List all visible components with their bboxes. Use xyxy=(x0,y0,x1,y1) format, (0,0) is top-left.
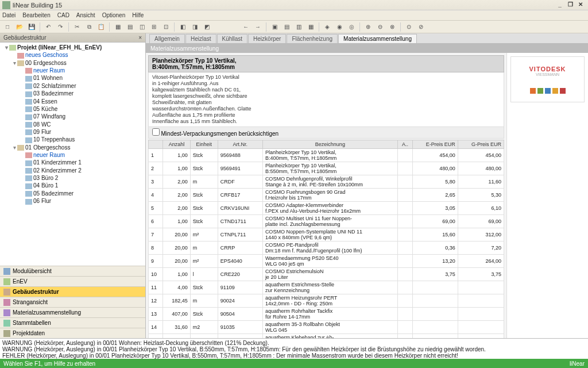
table-row[interactable]: 61,00StckCTND1711COSMO Multiset Uni 11 f… xyxy=(149,215,504,228)
nav-item[interactable]: Stammtabellen xyxy=(0,317,145,328)
left-panel-header: Gebäudestruktur × xyxy=(0,33,145,43)
tool-icon[interactable]: ◉ xyxy=(334,22,345,32)
tool-icon[interactable]: ◩ xyxy=(202,22,212,32)
tree-node[interactable]: 03 Badezimmer xyxy=(0,90,145,97)
save-icon[interactable]: 💾 xyxy=(26,22,37,32)
paste-icon[interactable]: 📋 xyxy=(96,22,106,32)
arrow-left-icon[interactable]: ← xyxy=(241,22,251,32)
table-row[interactable]: 52,00StckCRKV16UNICOSMO Adapter-Klemmver… xyxy=(149,202,504,215)
table-row[interactable]: 42,00StckCRFB17COSMO Fuehrungsbogen 90 G… xyxy=(149,189,504,202)
cut-icon[interactable]: ✂ xyxy=(72,22,82,32)
tool-icon[interactable]: ⊘ xyxy=(416,22,426,32)
table-row[interactable]: 101,00lCRE220COSMO EstrichemulsioNje 20 … xyxy=(149,268,504,281)
tree-node[interactable]: 07 Windfang xyxy=(0,113,145,120)
tree-node[interactable]: neues Geschoss xyxy=(0,51,145,59)
tool-icon[interactable]: ▦ xyxy=(113,22,123,32)
tree-node[interactable]: ▾01 Obergeschoss xyxy=(0,144,145,151)
nav-item[interactable]: Modulübersicht xyxy=(0,266,145,276)
table-row[interactable]: 21,00Stck9569491Planheizkörper Typ 10 Ve… xyxy=(149,162,504,175)
tab[interactable]: Allgemein xyxy=(149,34,185,43)
tree-view[interactable]: ▾Projekt (liNear_EFH_HL_EnEV)neues Gesch… xyxy=(0,43,145,266)
tree-node[interactable]: 08 WC xyxy=(0,121,145,128)
tree-node[interactable]: ▾00 Erdgeschoss xyxy=(0,59,145,67)
tool-icon[interactable]: ◈ xyxy=(322,22,332,32)
tab[interactable]: Flächenheizung xyxy=(287,34,338,43)
table-row[interactable]: 32,00mCRDFCOSMO Dehnfugenprofil, Winkelp… xyxy=(149,175,504,189)
menu-item[interactable]: Bearbeiten xyxy=(22,12,50,18)
tool-icon[interactable]: ⊕ xyxy=(363,22,373,32)
title-bar: liNear Building 15 _ ❐ ✕ xyxy=(0,0,588,10)
product-title: Planheizkörper Typ 10 Vertikal, xyxy=(152,57,500,64)
tool-icon[interactable]: ⊗ xyxy=(387,22,397,32)
tree-node[interactable]: 06 Flur xyxy=(0,197,145,205)
tab[interactable]: Materialzusammenstellung xyxy=(338,34,417,43)
nav-item[interactable]: Projektdaten xyxy=(0,328,145,338)
panel-close-icon[interactable]: × xyxy=(138,34,142,41)
status-bar: Wählen Sie F1, um Hilfe zu erhalten liNe… xyxy=(0,359,588,368)
new-icon[interactable]: □ xyxy=(2,22,13,32)
arrow-right-icon[interactable]: → xyxy=(253,22,263,32)
tree-node[interactable]: 01 Kinderzimmer 1 xyxy=(0,159,145,166)
tool-icon[interactable]: ▤ xyxy=(281,22,292,32)
tab[interactable]: Heizlast xyxy=(185,34,216,43)
tool-icon[interactable]: ◎ xyxy=(346,22,357,32)
undo-icon[interactable]: ↶ xyxy=(43,22,53,32)
tree-node[interactable]: 02 Kinderzimmer 2 xyxy=(0,167,145,174)
tool-icon[interactable]: ◧ xyxy=(177,22,188,32)
table-row[interactable]: 820,00mCRRPCOSMO PE-RandprofilDm:18 mm f… xyxy=(149,241,504,255)
tree-node[interactable]: 05 Küche xyxy=(0,105,145,113)
table-row[interactable]: 1431,60m291035aquatherm 35-3 Rollbahn Ob… xyxy=(149,321,504,334)
brand-sub: VIESSMANN xyxy=(536,72,559,76)
menu-item[interactable]: Ansicht xyxy=(76,12,95,18)
menu-item[interactable]: Datei xyxy=(2,12,16,18)
minimize-button[interactable]: _ xyxy=(555,1,565,9)
table-row[interactable]: 920,00m²EPS4040Waermedaemmung PS20 SE40W… xyxy=(149,255,504,268)
tool-icon[interactable]: ▥ xyxy=(293,22,304,32)
tool-icon[interactable]: ▦ xyxy=(305,22,316,32)
product-header: Planheizkörper Typ 10 Vertikal, B:400mm,… xyxy=(148,55,504,72)
tree-node[interactable]: 01 Wohnen xyxy=(0,74,145,82)
tree-node[interactable]: 04 Essen xyxy=(0,98,145,105)
menu-item[interactable]: Optionen xyxy=(102,12,126,18)
tool-icon[interactable]: ◫ xyxy=(137,22,147,32)
tool-icon[interactable]: ⊞ xyxy=(149,22,159,32)
tree-node[interactable]: 02 Schlafzimmer xyxy=(0,82,145,90)
table-row[interactable]: 720,00m²CTNPL711COSMO Noppen-Systemplatt… xyxy=(149,228,504,241)
open-icon[interactable]: 📂 xyxy=(14,22,25,32)
tree-node[interactable]: 04 Büro 1 xyxy=(0,182,145,189)
material-grid[interactable]: AnzahlEinheitArt.Nr.BezeichnungA..E-Prei… xyxy=(148,140,504,338)
table-row[interactable]: 11,00Stck9569488Planheizkörper Typ 10 Ve… xyxy=(149,149,504,162)
table-row[interactable]: 151,00Stck91104aquatherm Klebeband zur A… xyxy=(149,334,504,339)
tree-node[interactable]: 03 Büro 2 xyxy=(0,174,145,182)
tree-node[interactable]: neuer Raum xyxy=(0,151,145,159)
table-row[interactable]: 13407,00Stck90504aquatherm Rohrhalter Ta… xyxy=(149,308,504,321)
tree-node[interactable]: 10 Treppenhaus xyxy=(0,136,145,143)
tool-icon[interactable]: ⊙ xyxy=(404,22,414,32)
min-packaging-checkbox[interactable] xyxy=(152,128,160,136)
menu-item[interactable]: CAD xyxy=(57,12,69,18)
checkbox-label: Mindest-Verpackungsmengen berücksichtige… xyxy=(161,131,279,137)
tree-node[interactable]: 09 Flur xyxy=(0,128,145,136)
nav-item[interactable]: Materialzusammenstellung xyxy=(0,307,145,317)
redo-icon[interactable]: ↷ xyxy=(55,22,65,32)
tree-node[interactable]: ▾Projekt (liNear_EFH_HL_EnEV) xyxy=(0,44,145,51)
tool-icon[interactable]: ◨ xyxy=(189,22,200,32)
tree-node[interactable]: 05 Badezimmer xyxy=(0,190,145,197)
tool-icon[interactable]: ⊡ xyxy=(161,22,171,32)
tool-icon[interactable]: ▣ xyxy=(269,22,280,32)
tool-icon[interactable]: ⊖ xyxy=(375,22,385,32)
tab[interactable]: Kühllast xyxy=(217,34,248,43)
close-button[interactable]: ✕ xyxy=(575,1,586,9)
tab[interactable]: Heizkörper xyxy=(248,34,286,43)
menu-item[interactable]: Hilfe xyxy=(132,12,144,18)
copy-icon[interactable]: ⧉ xyxy=(84,22,94,32)
tree-node[interactable]: neuer Raum xyxy=(0,67,145,74)
nav-item[interactable]: Gebäudestruktur xyxy=(0,286,145,297)
table-row[interactable]: 12182,45m90024aquatherm Heizungsrohr PER… xyxy=(149,294,504,308)
nav-item[interactable]: Strangansicht xyxy=(0,297,145,307)
maximize-button[interactable]: ❐ xyxy=(565,1,575,9)
log-line: FEHLER (Heizkörper, Auslegung) in 00/01 … xyxy=(2,352,586,359)
nav-item[interactable]: EnEV xyxy=(0,276,145,286)
tool-icon[interactable]: ▤ xyxy=(125,22,135,32)
table-row[interactable]: 114,00Stck91109aquatherm Estrichmess-Ste… xyxy=(149,281,504,294)
